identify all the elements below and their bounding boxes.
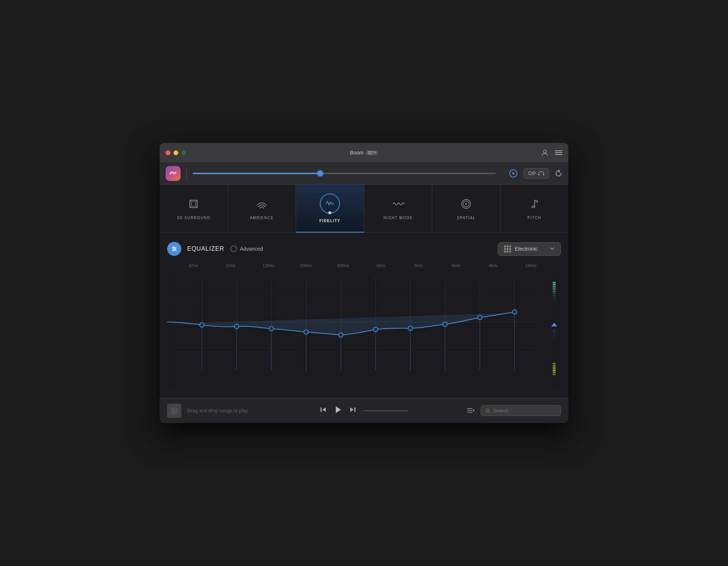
app-window: Boom 3D™ — [160, 143, 568, 423]
music-note-icon — [171, 407, 178, 414]
eq-icon-button[interactable] — [167, 242, 181, 256]
window-title: Boom 3D™ — [350, 150, 378, 156]
volume-bar: O/P — [160, 162, 568, 185]
effect-surround[interactable]: 3D SURROUND — [160, 185, 228, 232]
effect-pitch[interactable]: PITCH — [501, 185, 569, 232]
fidelity-label: FIDELITY — [319, 219, 340, 223]
svg-point-24 — [174, 248, 176, 250]
svg-rect-60 — [553, 329, 556, 331]
freq-500hz: 500Hz — [325, 263, 362, 268]
search-container[interactable] — [481, 405, 561, 416]
effect-spatial[interactable]: SPATIAL — [432, 185, 501, 232]
playlist-icon — [467, 408, 475, 414]
play-icon — [334, 406, 342, 414]
refresh-button[interactable] — [555, 170, 562, 177]
advanced-label: Advanced — [240, 246, 263, 252]
next-button[interactable] — [350, 406, 356, 415]
refresh-icon — [555, 170, 562, 177]
eq-dot-8 — [478, 315, 482, 320]
svg-point-7 — [560, 173, 562, 174]
svg-rect-52 — [553, 287, 556, 289]
user-icon-button[interactable] — [542, 149, 548, 156]
svg-point-25 — [173, 250, 174, 251]
effect-fidelity[interactable]: FIDELITY — [296, 185, 364, 232]
volume-fill — [193, 173, 320, 174]
effect-ambience[interactable]: AMBIENCE — [228, 185, 296, 232]
search-input[interactable] — [493, 408, 556, 413]
freq-4khz: 4kHz — [437, 263, 475, 268]
volume-thumb[interactable] — [317, 170, 323, 176]
grid-icon — [504, 245, 511, 253]
svg-rect-54 — [553, 291, 556, 292]
svg-line-17 — [534, 200, 537, 201]
svg-rect-56 — [553, 295, 556, 296]
freq-2khz: 2kHz — [400, 263, 437, 268]
search-icon — [485, 408, 490, 413]
circle-dot-icon — [511, 172, 515, 175]
progress-bar[interactable] — [364, 410, 408, 411]
eq-freq-labels: 32Hz 63Hz 125Hz 250Hz 500Hz 1kHz 2kHz 4k… — [167, 263, 561, 268]
playlist-button[interactable] — [467, 408, 475, 414]
svg-rect-57 — [553, 297, 556, 298]
note-icon — [528, 197, 541, 211]
volume-circle-icon — [509, 169, 517, 178]
close-button[interactable] — [166, 150, 170, 155]
svg-rect-64 — [553, 337, 556, 338]
svg-rect-68 — [553, 367, 556, 368]
output-button[interactable]: O/P — [523, 168, 549, 179]
title-bar: Boom 3D™ — [160, 143, 568, 162]
output-label: O/P — [528, 171, 536, 176]
spatial-waves-icon — [459, 197, 473, 211]
advanced-toggle[interactable]: Advanced — [230, 245, 263, 252]
svg-rect-62 — [553, 333, 556, 334]
svg-rect-50 — [553, 284, 556, 285]
user-icon — [542, 149, 548, 156]
svg-point-4 — [512, 172, 514, 175]
menu-icon-button[interactable] — [555, 150, 562, 155]
svg-rect-63 — [553, 335, 556, 336]
surround-label: 3D SURROUND — [177, 216, 210, 220]
svg-point-0 — [543, 150, 546, 153]
prev-button[interactable] — [320, 406, 326, 415]
minimize-button[interactable] — [173, 150, 178, 155]
bottom-controls-right — [467, 405, 561, 416]
freq-125hz: 125Hz — [250, 263, 287, 268]
eq-dot-0 — [200, 323, 204, 327]
svg-rect-78 — [321, 407, 322, 412]
freq-16khz: 16kHz — [512, 263, 550, 268]
volume-slider[interactable] — [193, 173, 496, 174]
svg-rect-53 — [553, 289, 556, 290]
cube-icon — [187, 197, 200, 211]
spatial-icon — [459, 197, 473, 211]
eq-dot-7 — [443, 322, 447, 326]
effects-row: 3D SURROUND AMBIENCE FIDELITY — [160, 185, 568, 233]
advanced-radio[interactable] — [230, 245, 237, 252]
svg-marker-80 — [350, 407, 354, 412]
oscilloscope-icon — [391, 197, 405, 211]
play-button[interactable] — [334, 406, 342, 416]
svg-marker-77 — [322, 407, 326, 412]
pitch-icon — [528, 197, 541, 211]
eq-dot-6 — [408, 326, 413, 331]
prev-icon — [320, 406, 326, 413]
app-icon — [166, 166, 181, 181]
eq-header: EQUALIZER Advanced Electronic — [167, 242, 561, 256]
maximize-button[interactable] — [181, 150, 186, 155]
svg-marker-79 — [336, 406, 341, 413]
eq-title: EQUALIZER — [187, 245, 224, 252]
volume-divider — [186, 168, 187, 179]
nightmode-icon — [391, 197, 405, 211]
eq-preset-button[interactable]: Electronic — [498, 242, 561, 256]
player-controls — [320, 406, 408, 416]
effect-nightmode[interactable]: NIGHT MODE — [364, 185, 433, 232]
svg-rect-9 — [191, 202, 196, 206]
svg-rect-67 — [553, 365, 556, 366]
pitch-label: PITCH — [527, 216, 542, 220]
title-badge: 3D™ — [366, 150, 378, 155]
freq-250hz: 250Hz — [287, 263, 325, 268]
svg-rect-71 — [553, 372, 556, 373]
headphones-icon — [538, 171, 544, 176]
hamburger-icon — [555, 150, 562, 155]
eq-graph[interactable] — [167, 270, 561, 389]
svg-rect-61 — [553, 331, 556, 332]
